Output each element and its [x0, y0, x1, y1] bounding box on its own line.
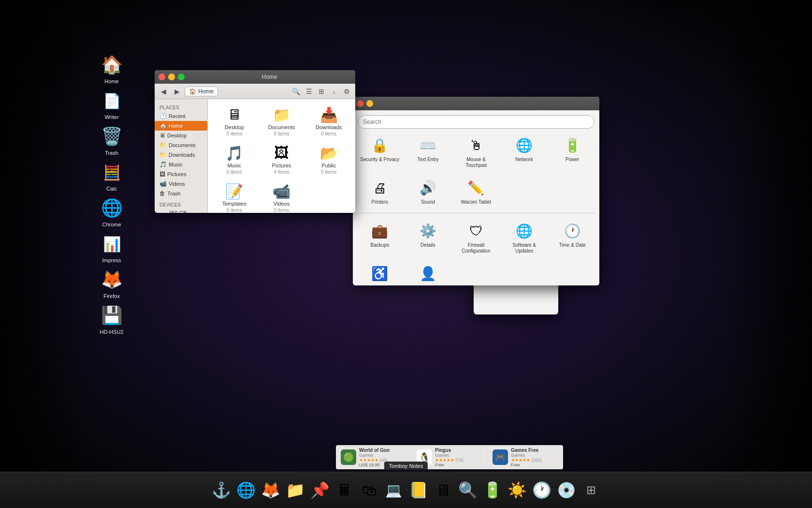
file-pictures-name: Pictures	[272, 163, 291, 168]
sidebar-trash-icon: 🗑	[160, 190, 165, 197]
minimize-button[interactable]	[168, 74, 175, 80]
pref-user-accounts[interactable]: 👤 User Accounts	[406, 261, 450, 285]
file-music[interactable]: 🎵 Music 0 items	[212, 141, 257, 178]
sidebar-desktop[interactable]: 🖥 Desktop	[155, 131, 207, 140]
pingus-stars: ★★★★★ (73)	[435, 458, 482, 463]
pref-network[interactable]: 🌐 Network	[502, 133, 547, 171]
sidebar-downloads[interactable]: 📁 Downloads	[155, 150, 207, 160]
desktop-icon-hd[interactable]: 💾 HD-HSU2	[94, 304, 129, 335]
sys-prefs-search[interactable]	[358, 115, 594, 129]
sys-prefs-close[interactable]	[357, 100, 363, 107]
wacom-label: Wacom Tablet	[461, 199, 492, 205]
forward-button[interactable]: ▶	[171, 86, 183, 97]
file-pictures[interactable]: 🖼 Pictures 4 items	[259, 141, 304, 178]
dock-battery[interactable]: 🔋	[481, 478, 504, 502]
security-icon: 🔒	[370, 135, 390, 155]
back-button[interactable]: ◀	[158, 86, 169, 97]
dock-sticky[interactable]: 📌	[308, 478, 332, 502]
sidebar-home[interactable]: 🏠 Home	[155, 121, 207, 131]
file-videos[interactable]: 📹 Videos 0 items	[259, 179, 304, 213]
dock-brightness[interactable]: ☀️	[506, 478, 529, 502]
dock-chrome[interactable]: 🌐	[234, 478, 258, 502]
dock-tomboy[interactable]: 📒	[407, 478, 430, 502]
settings-button[interactable]: ⚙	[341, 86, 352, 97]
pref-backups[interactable]: 💼 Backups	[358, 218, 402, 257]
file-pictures-icon: 🖼	[272, 144, 291, 162]
list-view-button[interactable]: ☰	[303, 86, 315, 97]
file-manager-toolbar: ◀ ▶ 🏠 Home 🔍 ☰ ⊞ ↓ ⚙	[155, 84, 355, 99]
pref-printers[interactable]: 🖨 Printers	[358, 175, 402, 208]
pref-software-updates[interactable]: 🌐 Software & Updates	[502, 218, 547, 257]
sidebar-pictures[interactable]: 🖼 Pictures	[155, 169, 207, 179]
game-games-free[interactable]: 🎮 Games Free Games ★★★★★ (152) Free	[488, 445, 563, 469]
dock-files[interactable]: 📁	[284, 478, 307, 502]
desktop-icon-trash[interactable]: 🗑️ Trash	[94, 125, 129, 156]
grid-view-button[interactable]: ⊞	[316, 86, 327, 97]
location-bar[interactable]: 🏠 Home	[185, 87, 218, 96]
dock-clock[interactable]: 🕐	[530, 478, 553, 502]
dock-anchor[interactable]: ⚓	[210, 478, 233, 502]
dock-terminal[interactable]: 💻	[382, 478, 406, 502]
file-templates[interactable]: 📝 Templates 6 items	[212, 179, 257, 213]
file-desktop[interactable]: 🖥 Desktop 5 items	[212, 103, 257, 139]
sidebar-documents[interactable]: 📁 Documents	[155, 140, 207, 150]
zoom-dock-icon: 🔍	[458, 481, 478, 499]
sidebar-desktop-label: Desktop	[167, 133, 187, 138]
dock-display[interactable]: 🖥	[432, 478, 455, 502]
home-label: Home	[104, 78, 118, 84]
impress-label: Impress	[102, 257, 121, 263]
pref-wacom[interactable]: ✏️ Wacom Tablet	[454, 175, 498, 208]
pref-universal[interactable]: ♿ Universal Access	[358, 261, 402, 285]
sys-prefs-min[interactable]	[366, 100, 373, 107]
sidebar-documents-icon: 📁	[160, 142, 167, 149]
hd-dock-icon: 💿	[557, 481, 576, 499]
desktop-icon-chrome[interactable]: 🌐 Chrome	[94, 196, 129, 227]
file-music-name: Music	[227, 163, 241, 168]
software-updates-label: Software & Updates	[504, 242, 545, 254]
sidebar-trash[interactable]: 🗑 Trash	[155, 189, 207, 198]
pref-time-date[interactable]: 🕐 Time & Date	[550, 218, 594, 257]
pref-mouse[interactable]: 🖱 Mouse & Touchpad	[454, 133, 498, 171]
search-button[interactable]: 🔍	[290, 86, 301, 97]
games-free-price: Free	[511, 463, 558, 467]
sidebar-documents-label: Documents	[169, 142, 196, 148]
file-downloads[interactable]: 📥 Downloads 0 items	[306, 103, 351, 139]
sys-prefs-body: 🔒 Security & Privacy ⌨️ Text Entry 🖱 Mou…	[353, 110, 599, 285]
dock-apps[interactable]: ⊞	[580, 478, 603, 502]
hd-label: HD-HSU2	[100, 329, 124, 335]
sidebar-videos[interactable]: 📹 Videos	[155, 179, 207, 189]
pingus-cat: Games	[435, 453, 482, 458]
sidebar-music-label: Music	[169, 162, 183, 167]
chrome-label: Chrome	[102, 222, 121, 227]
maximize-button[interactable]	[178, 74, 185, 80]
sidebar-downloads-label: Downloads	[169, 152, 195, 158]
dock-zoom[interactable]: 🔍	[456, 478, 479, 502]
file-videos-count: 0 items	[274, 208, 289, 213]
desktop-icon-home[interactable]: 🏠 Home	[94, 53, 129, 84]
dock-calculator[interactable]: 🖩	[333, 478, 356, 502]
pref-security[interactable]: 🔒 Security & Privacy	[358, 133, 402, 171]
file-documents[interactable]: 📁 Documents 0 items	[259, 103, 304, 139]
desktop-icon-impress[interactable]: 📊 Impress	[94, 232, 129, 263]
sidebar-music[interactable]: 🎵 Music	[155, 160, 207, 169]
pref-sound[interactable]: 🔊 Sound	[406, 175, 450, 208]
dock-hd[interactable]: 💿	[555, 478, 578, 502]
close-button[interactable]	[159, 74, 165, 80]
vignette-left	[0, 0, 89, 508]
dock-firefox[interactable]: 🦊	[259, 478, 282, 502]
desktop-icon-firefox[interactable]: 🦊 Firefox	[94, 268, 129, 299]
pref-power[interactable]: 🔋 Power	[550, 133, 594, 171]
desktop-icon-calc[interactable]: 🧮 Calc	[94, 161, 129, 192]
pref-firewall[interactable]: 🛡 Firewall Configuration	[454, 218, 498, 257]
details-label: Details	[420, 242, 435, 248]
sort-button[interactable]: ↓	[328, 86, 340, 97]
file-public[interactable]: 📂 Public 0 items	[306, 141, 351, 178]
sidebar-recent[interactable]: 🕐 Recent	[155, 111, 207, 121]
chrome-dock-icon: 🌐	[236, 481, 256, 499]
pref-details[interactable]: ⚙️ Details	[406, 218, 450, 257]
pref-text-entry[interactable]: ⌨️ Text Entry	[406, 133, 450, 171]
sidebar-250gb[interactable]: 💿 250 GB Volume	[155, 209, 207, 213]
dock-software[interactable]: 🛍	[358, 478, 381, 502]
location-home-icon: 🏠	[189, 88, 196, 95]
desktop-icon-writer[interactable]: 📄 Writer	[94, 89, 129, 120]
